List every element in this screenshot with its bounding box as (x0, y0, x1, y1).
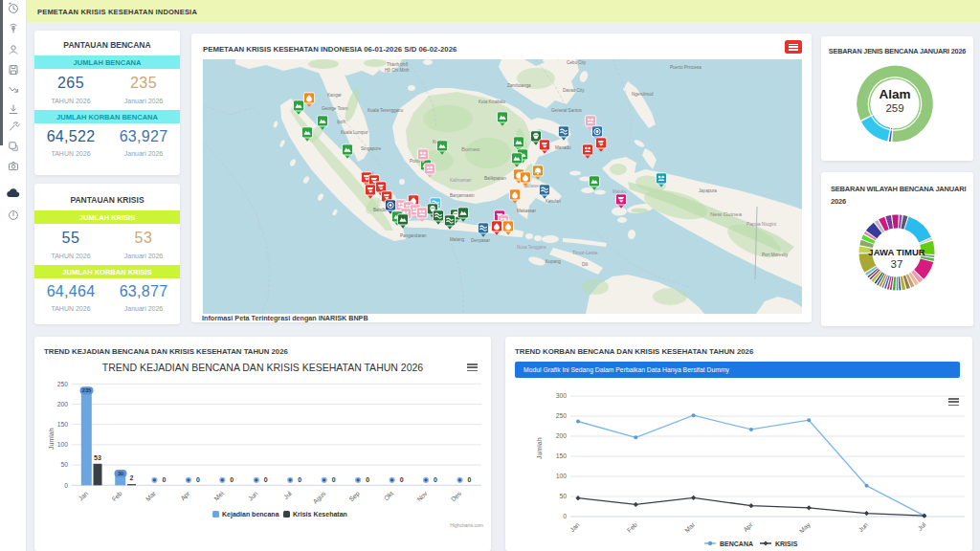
svg-text:Jun: Jun (247, 490, 259, 502)
svg-text:Feb: Feb (110, 490, 122, 502)
svg-text:Davao City: Davao City (563, 88, 585, 93)
svg-text:Des: Des (450, 490, 463, 503)
svg-text:Jul: Jul (282, 490, 293, 500)
svg-text:Timor-Leste: Timor-Leste (572, 250, 598, 255)
svg-text:Jan: Jan (568, 521, 581, 534)
svg-text:New Guinea: New Guinea (710, 211, 743, 217)
svg-text:Mar: Mar (683, 520, 697, 534)
svg-text:Manado: Manado (555, 145, 571, 150)
svg-text:Nov: Nov (415, 490, 429, 503)
svg-text:Kuala Terengganu: Kuala Terengganu (368, 108, 404, 113)
svg-text:0: 0 (434, 476, 437, 483)
svg-text:300: 300 (556, 392, 568, 399)
svg-text:BENCANA: BENCANA (720, 540, 753, 547)
svg-text:Krisis Kesehatan: Krisis Kesehatan (293, 511, 347, 518)
svg-text:0: 0 (162, 476, 166, 483)
svg-text:Mar: Mar (145, 490, 158, 503)
svg-text:150: 150 (57, 421, 69, 428)
svg-text:Jumlah: Jumlah (536, 437, 543, 459)
svg-text:100: 100 (57, 441, 69, 448)
svg-text:150: 150 (556, 452, 568, 459)
svg-text:Cebu City: Cebu City (567, 60, 587, 65)
svg-text:Mei: Mei (212, 490, 225, 502)
svg-text:0: 0 (563, 513, 567, 519)
svg-text:Balikpapan: Balikpapan (484, 176, 506, 181)
svg-text:Makassar: Makassar (517, 209, 536, 213)
svg-text:Maluku: Maluku (612, 189, 627, 194)
svg-text:0: 0 (264, 476, 268, 483)
svg-text:Borneo: Borneo (461, 146, 480, 152)
svg-text:259: 259 (885, 102, 903, 114)
svg-text:Jun: Jun (858, 521, 870, 534)
svg-text:Singapore: Singapore (361, 146, 381, 151)
svg-text:0: 0 (468, 476, 472, 483)
svg-text:Zamboanga: Zamboanga (507, 83, 531, 88)
svg-text:50: 50 (60, 461, 68, 468)
svg-text:Sep: Sep (347, 490, 361, 503)
svg-text:Hồ Chí Minh: Hồ Chí Minh (385, 68, 410, 73)
svg-text:Kangar: Kangar (327, 93, 342, 98)
svg-text:Kalimantan: Kalimantan (450, 178, 472, 183)
svg-text:37: 37 (891, 258, 903, 270)
svg-text:Denpasar: Denpasar (471, 238, 490, 243)
svg-text:0: 0 (230, 476, 234, 483)
svg-text:Jayapura: Jayapura (699, 188, 717, 193)
svg-text:Puerto Princesa: Puerto Princesa (670, 65, 702, 70)
svg-text:235: 235 (82, 387, 91, 393)
svg-text:100: 100 (556, 473, 568, 479)
svg-text:2: 2 (130, 474, 134, 481)
svg-text:Dili: Dili (582, 262, 588, 267)
svg-text:0: 0 (196, 476, 200, 483)
svg-text:Apr: Apr (742, 520, 755, 534)
svg-text:Banjarmasin: Banjarmasin (450, 193, 475, 198)
svg-text:Thành phố: Thành phố (387, 62, 408, 67)
svg-text:Pangandaran: Pangandaran (400, 233, 427, 238)
svg-text:200: 200 (556, 432, 568, 439)
svg-text:Jan: Jan (78, 490, 90, 502)
svg-text:0: 0 (366, 476, 369, 483)
svg-text:Kupang: Kupang (546, 259, 561, 264)
svg-text:30: 30 (118, 471, 123, 476)
svg-text:Kendari: Kendari (546, 199, 561, 204)
svg-text:50: 50 (559, 493, 567, 499)
svg-text:Kota Kinabalu: Kota Kinabalu (479, 99, 506, 104)
svg-text:Agus: Agus (311, 490, 327, 506)
svg-text:General Santos: General Santos (551, 108, 583, 113)
svg-text:Malang: Malang (450, 237, 465, 242)
svg-text:0: 0 (298, 476, 301, 483)
svg-text:Jumlah: Jumlah (48, 428, 55, 450)
svg-text:Papua Niugini: Papua Niugini (746, 221, 776, 227)
svg-text:Feb: Feb (626, 521, 638, 534)
svg-text:Ipoh: Ipoh (337, 120, 345, 124)
svg-text:George Town: George Town (322, 106, 348, 111)
svg-text:Alam: Alam (879, 87, 910, 101)
svg-text:Port Moresby: Port Moresby (762, 253, 789, 257)
svg-text:Ngerulmud: Ngerulmud (632, 92, 654, 97)
svg-text:Apr: Apr (179, 490, 192, 503)
svg-text:53: 53 (94, 454, 101, 461)
svg-text:0: 0 (332, 476, 336, 483)
svg-text:0: 0 (64, 482, 68, 489)
svg-text:Okt: Okt (383, 490, 395, 502)
svg-text:250: 250 (556, 412, 568, 419)
svg-text:250: 250 (57, 381, 69, 387)
svg-text:Kejadian bencana: Kejadian bencana (222, 511, 279, 518)
svg-text:Nusa Tenggara: Nusa Tenggara (517, 245, 546, 250)
svg-text:May: May (798, 520, 813, 535)
svg-text:Jul: Jul (916, 520, 926, 531)
svg-text:Highcharts.com: Highcharts.com (450, 522, 483, 528)
svg-text:KRISIS: KRISIS (775, 540, 798, 547)
svg-text:0: 0 (400, 476, 404, 483)
svg-text:Kuala Lumpur: Kuala Lumpur (341, 130, 368, 135)
svg-text:200: 200 (57, 401, 69, 408)
svg-text:JAWA TIMUR: JAWA TIMUR (868, 247, 924, 257)
